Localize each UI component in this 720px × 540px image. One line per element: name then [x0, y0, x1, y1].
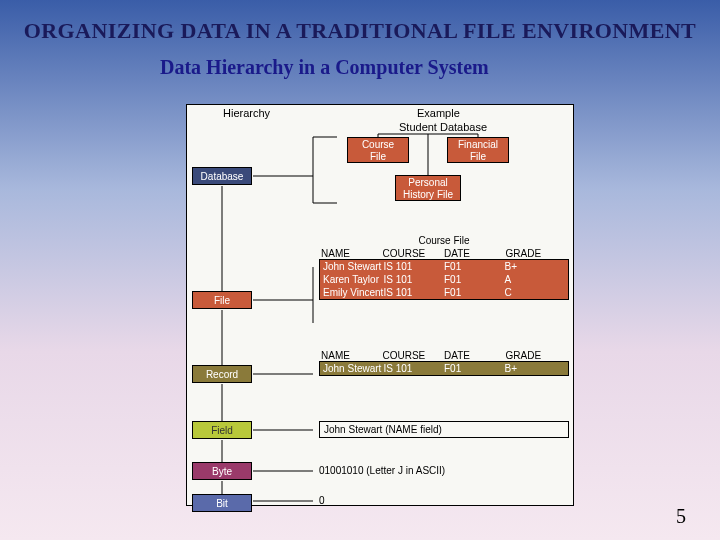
record-header-row: NAME COURSE DATE GRADE: [319, 350, 569, 361]
col-course: COURSE: [383, 248, 445, 259]
course-file-body: John Stewart IS 101 F01 B+ Karen Taylor …: [319, 259, 569, 300]
cell-date: F01: [444, 274, 505, 285]
field-example: John Stewart (NAME field): [319, 421, 569, 438]
page-subtitle: Data Hierarchy in a Computer System: [0, 44, 720, 79]
record-body: John Stewart IS 101 F01 B+: [319, 361, 569, 376]
table-row: John Stewart IS 101 F01 B+: [320, 362, 568, 375]
course-file-header-row: NAME COURSE DATE GRADE: [319, 248, 569, 259]
course-file-caption: Course File: [319, 235, 569, 246]
cell-grade: C: [505, 287, 566, 298]
col-name: NAME: [321, 248, 383, 259]
table-row: John Stewart IS 101 F01 B+: [320, 260, 568, 273]
cell-name: Karen Taylor: [323, 274, 384, 285]
connector-lines: [187, 105, 575, 507]
record-table: NAME COURSE DATE GRADE John Stewart IS 1…: [319, 350, 569, 376]
page-title: ORGANIZING DATA IN A TRADITIONAL FILE EN…: [0, 0, 720, 44]
cell-name: John Stewart: [323, 363, 384, 374]
col-course: COURSE: [383, 350, 445, 361]
col-date: DATE: [444, 350, 506, 361]
col-name: NAME: [321, 350, 383, 361]
col-grade: GRADE: [506, 248, 568, 259]
byte-example: 01001010 (Letter J in ASCII): [319, 465, 445, 476]
cell-date: F01: [444, 363, 505, 374]
cell-grade: A: [505, 274, 566, 285]
cell-course: IS 101: [384, 274, 445, 285]
cell-course: IS 101: [384, 287, 445, 298]
cell-name: John Stewart: [323, 261, 384, 272]
col-date: DATE: [444, 248, 506, 259]
bit-example: 0: [319, 495, 325, 506]
cell-course: IS 101: [384, 363, 445, 374]
table-row: Karen Taylor IS 101 F01 A: [320, 273, 568, 286]
cell-date: F01: [444, 261, 505, 272]
cell-grade: B+: [505, 261, 566, 272]
data-hierarchy-figure: Hierarchy Example Student Database Datab…: [186, 104, 574, 506]
course-file-table: Course File NAME COURSE DATE GRADE John …: [319, 235, 569, 300]
cell-course: IS 101: [384, 261, 445, 272]
table-row: Emily Vincent IS 101 F01 C: [320, 286, 568, 299]
col-grade: GRADE: [506, 350, 568, 361]
cell-name: Emily Vincent: [323, 287, 384, 298]
cell-grade: B+: [505, 363, 566, 374]
cell-date: F01: [444, 287, 505, 298]
page-number: 5: [676, 505, 686, 528]
